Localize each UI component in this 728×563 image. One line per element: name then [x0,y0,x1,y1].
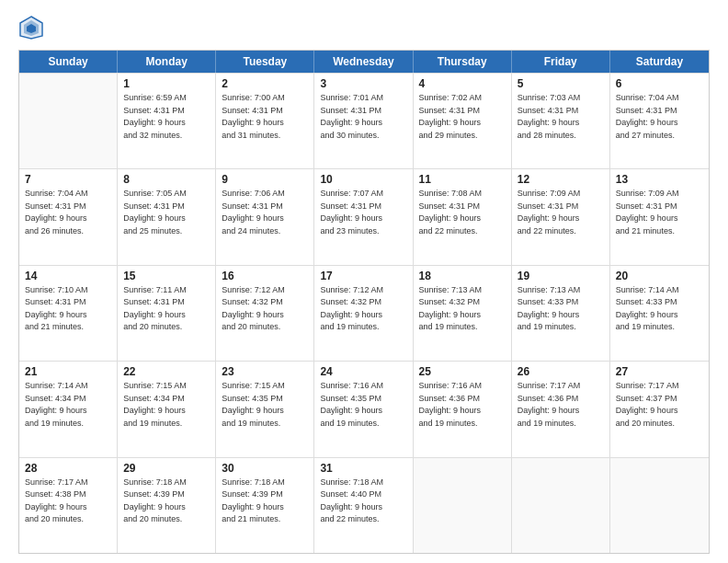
day-number: 20 [616,270,703,282]
weekday-header: Saturday [610,51,709,73]
day-number: 23 [222,365,308,378]
weekday-header: Sunday [19,51,118,73]
calendar-row: 1Sunrise: 6:59 AM Sunset: 4:31 PM Daylig… [19,73,709,168]
day-number: 26 [518,365,604,378]
calendar-cell: 2Sunrise: 7:00 AM Sunset: 4:31 PM Daylig… [216,74,314,168]
header [18,15,710,40]
day-number: 19 [518,270,604,282]
calendar-cell: 30Sunrise: 7:18 AM Sunset: 4:39 PM Dayli… [216,458,314,553]
day-detail: Sunrise: 7:15 AM Sunset: 4:34 PM Dayligh… [123,380,210,430]
day-detail: Sunrise: 7:05 AM Sunset: 4:31 PM Dayligh… [123,188,210,237]
day-detail: Sunrise: 6:59 AM Sunset: 4:31 PM Dayligh… [123,92,210,142]
day-detail: Sunrise: 7:14 AM Sunset: 4:34 PM Dayligh… [25,380,111,430]
day-number: 24 [320,365,406,378]
day-number: 15 [123,270,210,282]
calendar-row: 21Sunrise: 7:14 AM Sunset: 4:34 PM Dayli… [19,361,709,456]
calendar-cell: 3Sunrise: 7:01 AM Sunset: 4:31 PM Daylig… [314,74,413,168]
calendar-cell: 23Sunrise: 7:15 AM Sunset: 4:35 PM Dayli… [216,362,314,456]
day-detail: Sunrise: 7:11 AM Sunset: 4:31 PM Dayligh… [123,284,210,334]
calendar-cell: 8Sunrise: 7:05 AM Sunset: 4:31 PM Daylig… [118,169,216,264]
day-detail: Sunrise: 7:12 AM Sunset: 4:32 PM Dayligh… [320,284,406,334]
day-detail: Sunrise: 7:09 AM Sunset: 4:31 PM Dayligh… [616,188,703,237]
day-detail: Sunrise: 7:18 AM Sunset: 4:40 PM Dayligh… [320,477,406,526]
day-detail: Sunrise: 7:10 AM Sunset: 4:31 PM Dayligh… [25,284,111,334]
calendar-cell: 1Sunrise: 6:59 AM Sunset: 4:31 PM Daylig… [118,74,216,168]
day-detail: Sunrise: 7:17 AM Sunset: 4:38 PM Dayligh… [25,477,111,526]
calendar-header: SundayMondayTuesdayWednesdayThursdayFrid… [19,51,709,73]
calendar-cell: 27Sunrise: 7:17 AM Sunset: 4:37 PM Dayli… [610,362,709,456]
day-number: 27 [616,365,703,378]
calendar-body: 1Sunrise: 6:59 AM Sunset: 4:31 PM Daylig… [19,73,709,553]
calendar-cell: 11Sunrise: 7:08 AM Sunset: 4:31 PM Dayli… [414,169,512,264]
calendar-cell: 10Sunrise: 7:07 AM Sunset: 4:31 PM Dayli… [314,169,413,264]
weekday-header: Wednesday [314,51,413,73]
day-number: 22 [123,365,210,378]
day-number: 30 [222,462,308,475]
calendar-row: 7Sunrise: 7:04 AM Sunset: 4:31 PM Daylig… [19,168,709,264]
day-number: 3 [320,77,406,90]
logo [18,15,46,40]
calendar-cell: 18Sunrise: 7:13 AM Sunset: 4:32 PM Dayli… [414,266,512,361]
day-detail: Sunrise: 7:08 AM Sunset: 4:31 PM Dayligh… [419,188,506,237]
calendar-cell: 12Sunrise: 7:09 AM Sunset: 4:31 PM Dayli… [512,169,610,264]
calendar-cell: 20Sunrise: 7:14 AM Sunset: 4:33 PM Dayli… [610,266,709,361]
day-detail: Sunrise: 7:13 AM Sunset: 4:32 PM Dayligh… [419,284,506,334]
day-number: 2 [222,77,308,90]
day-detail: Sunrise: 7:16 AM Sunset: 4:35 PM Dayligh… [320,380,406,430]
day-number: 31 [320,462,406,475]
day-number: 7 [25,173,111,186]
day-detail: Sunrise: 7:14 AM Sunset: 4:33 PM Dayligh… [616,284,703,334]
day-detail: Sunrise: 7:12 AM Sunset: 4:32 PM Dayligh… [222,284,308,334]
calendar: SundayMondayTuesdayWednesdayThursdayFrid… [18,50,710,554]
weekday-header: Monday [118,51,216,73]
day-detail: Sunrise: 7:01 AM Sunset: 4:31 PM Dayligh… [320,92,406,142]
calendar-cell: 6Sunrise: 7:04 AM Sunset: 4:31 PM Daylig… [610,74,709,168]
day-number: 13 [616,173,703,186]
calendar-page: SundayMondayTuesdayWednesdayThursdayFrid… [0,0,728,563]
day-detail: Sunrise: 7:17 AM Sunset: 4:36 PM Dayligh… [518,380,604,430]
day-detail: Sunrise: 7:06 AM Sunset: 4:31 PM Dayligh… [222,188,308,237]
day-number: 11 [419,173,506,186]
calendar-row: 14Sunrise: 7:10 AM Sunset: 4:31 PM Dayli… [19,265,709,361]
day-detail: Sunrise: 7:07 AM Sunset: 4:31 PM Dayligh… [320,188,406,237]
day-detail: Sunrise: 7:17 AM Sunset: 4:37 PM Dayligh… [616,380,703,430]
day-number: 18 [419,270,506,282]
calendar-cell: 16Sunrise: 7:12 AM Sunset: 4:32 PM Dayli… [216,266,314,361]
calendar-cell: 29Sunrise: 7:18 AM Sunset: 4:39 PM Dayli… [118,458,216,553]
day-number: 28 [25,462,111,475]
calendar-cell: 31Sunrise: 7:18 AM Sunset: 4:40 PM Dayli… [314,458,413,553]
day-number: 5 [518,77,604,90]
weekday-header: Friday [512,51,610,73]
day-number: 16 [222,270,308,282]
calendar-cell: 25Sunrise: 7:16 AM Sunset: 4:36 PM Dayli… [414,362,512,456]
day-detail: Sunrise: 7:18 AM Sunset: 4:39 PM Dayligh… [123,477,210,526]
calendar-cell: 22Sunrise: 7:15 AM Sunset: 4:34 PM Dayli… [118,362,216,456]
calendar-cell [414,458,512,553]
calendar-cell: 26Sunrise: 7:17 AM Sunset: 4:36 PM Dayli… [512,362,610,456]
calendar-cell: 17Sunrise: 7:12 AM Sunset: 4:32 PM Dayli… [314,266,413,361]
calendar-cell: 5Sunrise: 7:03 AM Sunset: 4:31 PM Daylig… [512,74,610,168]
day-number: 6 [616,77,703,90]
calendar-cell: 13Sunrise: 7:09 AM Sunset: 4:31 PM Dayli… [610,169,709,264]
calendar-cell: 7Sunrise: 7:04 AM Sunset: 4:31 PM Daylig… [19,169,118,264]
calendar-cell [512,458,610,553]
calendar-cell: 4Sunrise: 7:02 AM Sunset: 4:31 PM Daylig… [414,74,512,168]
logo-icon [18,15,44,40]
day-number: 12 [518,173,604,186]
day-detail: Sunrise: 7:15 AM Sunset: 4:35 PM Dayligh… [222,380,308,430]
day-detail: Sunrise: 7:04 AM Sunset: 4:31 PM Dayligh… [25,188,111,237]
day-detail: Sunrise: 7:03 AM Sunset: 4:31 PM Dayligh… [518,92,604,142]
day-number: 8 [123,173,210,186]
calendar-cell: 28Sunrise: 7:17 AM Sunset: 4:38 PM Dayli… [19,458,118,553]
day-number: 21 [25,365,111,378]
day-number: 9 [222,173,308,186]
calendar-cell: 19Sunrise: 7:13 AM Sunset: 4:33 PM Dayli… [512,266,610,361]
day-number: 17 [320,270,406,282]
day-number: 1 [123,77,210,90]
calendar-cell: 9Sunrise: 7:06 AM Sunset: 4:31 PM Daylig… [216,169,314,264]
day-detail: Sunrise: 7:00 AM Sunset: 4:31 PM Dayligh… [222,92,308,142]
day-number: 29 [123,462,210,475]
day-detail: Sunrise: 7:18 AM Sunset: 4:39 PM Dayligh… [222,477,308,526]
weekday-header: Thursday [414,51,512,73]
day-number: 10 [320,173,406,186]
